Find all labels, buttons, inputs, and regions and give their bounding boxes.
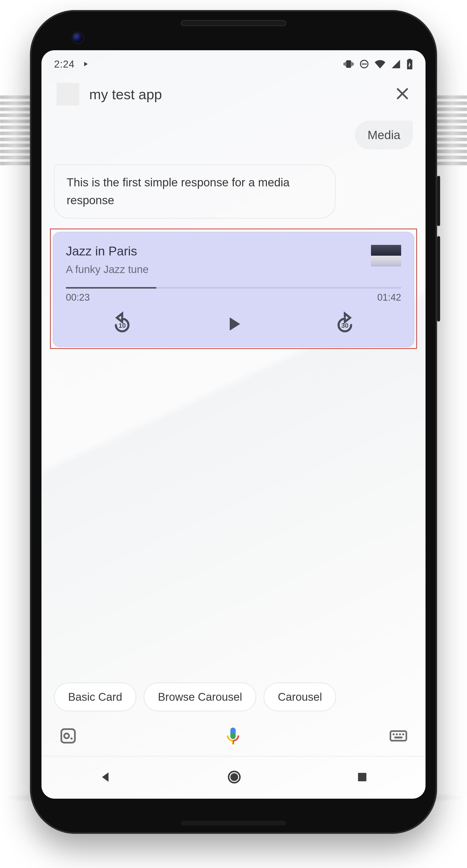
- rewind-10-button[interactable]: 10: [110, 311, 135, 337]
- user-message-bubble: Media: [355, 121, 413, 149]
- back-button[interactable]: [98, 770, 113, 785]
- close-button[interactable]: [395, 86, 410, 103]
- svg-point-7: [64, 733, 69, 738]
- app-title: my test app: [89, 86, 162, 102]
- suggestion-chips-row: Basic Card Browse Carousel Carousel: [41, 683, 426, 721]
- app-header: my test app: [41, 78, 426, 113]
- media-total-time: 01:42: [377, 292, 401, 303]
- media-thumbnail: [371, 245, 401, 267]
- media-progress-fill: [66, 287, 156, 288]
- android-nav-bar: [41, 756, 426, 799]
- media-elapsed-time: 00:23: [66, 292, 90, 303]
- media-title: Jazz in Paris: [66, 244, 371, 258]
- battery-charging-icon: [406, 59, 413, 69]
- side-button: [437, 176, 440, 226]
- lens-icon[interactable]: [59, 727, 77, 746]
- svg-text:10: 10: [119, 322, 126, 329]
- assistant-input-bar: [41, 721, 426, 756]
- forward-30-button[interactable]: 30: [332, 311, 357, 337]
- svg-rect-17: [358, 773, 366, 781]
- svg-text:30: 30: [341, 322, 349, 329]
- statusbar-clock: 2:24: [54, 59, 75, 70]
- decorative-stripes-right: [437, 0, 467, 868]
- do-not-disturb-icon: [359, 59, 369, 69]
- bot-message-bubble: This is the first simple response for a …: [54, 164, 335, 218]
- svg-point-16: [231, 774, 237, 780]
- vibrate-icon: [344, 59, 354, 69]
- suggestion-chip[interactable]: Basic Card: [54, 683, 136, 711]
- svg-point-8: [70, 737, 72, 739]
- media-subtitle: A funky Jazz tune: [66, 264, 371, 276]
- annotation-highlight-box: Jazz in Paris A funky Jazz tune 00:23 01…: [50, 228, 417, 349]
- side-button: [437, 236, 440, 321]
- svg-rect-9: [390, 731, 406, 741]
- screen: 2:24: [41, 50, 426, 799]
- bottom-speaker: [181, 821, 286, 825]
- decorative-stripes-left: [0, 0, 30, 868]
- conversation-area: Media This is the first simple response …: [41, 113, 426, 683]
- mic-button[interactable]: [223, 726, 243, 747]
- play-indicator-icon: [82, 60, 89, 68]
- play-button[interactable]: [222, 313, 245, 335]
- cell-signal-icon: [391, 59, 401, 69]
- home-button[interactable]: [227, 770, 242, 786]
- overview-button[interactable]: [356, 771, 369, 784]
- app-icon-placeholder: [57, 83, 79, 105]
- keyboard-icon[interactable]: [389, 726, 408, 746]
- media-response-card: Jazz in Paris A funky Jazz tune 00:23 01…: [53, 232, 414, 347]
- suggestion-chip[interactable]: Browse Carousel: [144, 683, 256, 711]
- front-camera: [72, 33, 83, 43]
- media-progress-bar[interactable]: [66, 287, 401, 288]
- suggestion-chip[interactable]: Carousel: [264, 683, 336, 711]
- phone-frame: 2:24: [30, 10, 437, 834]
- statusbar: 2:24: [41, 50, 426, 78]
- wifi-icon: [375, 59, 385, 69]
- earpiece: [181, 20, 286, 26]
